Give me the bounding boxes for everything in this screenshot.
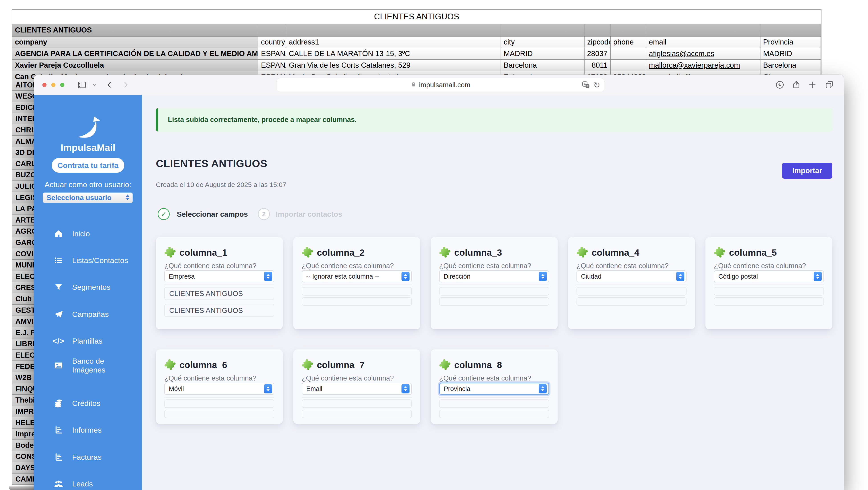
field-select-columna_4[interactable]: Ciudad	[577, 270, 686, 283]
field-select-columna_3[interactable]: Dirección	[439, 270, 549, 283]
table-cell: CALLE DE LA MARATÓN 13-15, 3ºC	[286, 48, 501, 59]
sidebar-item-campa-as[interactable]: Campañas	[34, 307, 142, 321]
field-select-value: Dirección	[443, 273, 470, 280]
sidebar-item-informes[interactable]: Informes	[34, 423, 142, 436]
step-1-label: Seleccionar campos	[177, 210, 248, 219]
sidebar-item-listas-contactos[interactable]: Listas/Contactos	[34, 254, 142, 267]
lock-icon	[411, 82, 416, 88]
preview-value	[302, 287, 412, 295]
sidebar-item-label: Inicio	[72, 229, 90, 238]
sidebar-item-facturas[interactable]: Facturas	[34, 450, 142, 464]
sidebar-item-inicio[interactable]: Inicio	[34, 227, 142, 240]
field-select-value: Código postal	[718, 273, 758, 280]
column-card-columna_2: columna_2¿Qué contiene esta columna?-- I…	[293, 237, 420, 329]
column-header-country: country	[258, 36, 286, 47]
column-header-address1: address1	[286, 36, 501, 47]
address-bar[interactable]: impulsamail.com A ↻	[277, 78, 604, 92]
field-select-value: Móvil	[169, 385, 184, 393]
puzzle-icon	[713, 246, 726, 259]
sidebar-toggle-icon[interactable]	[78, 80, 86, 89]
column-card-columna_1: columna_1¿Qué contiene esta columna?Empr…	[156, 237, 283, 329]
created-date: Creada el 10 de August de 2025 a las 15:…	[156, 181, 286, 189]
select-stepper-icon	[539, 272, 547, 281]
zoom-window-button[interactable]	[60, 83, 64, 87]
table-cell	[611, 48, 646, 59]
sidebar-item-cr-ditos[interactable]: Créditos	[34, 396, 142, 410]
brand-name: ImpulsaMail	[34, 142, 142, 153]
table-cell: ESPANA	[258, 60, 286, 71]
table-row: Xavier Pareja CozcolluelaESPANAGran Via …	[12, 60, 821, 71]
spreadsheet-table: CLIENTES ANTIGUOS CLIENTES ANTIGUOS comp…	[12, 9, 822, 83]
new-tab-icon[interactable]	[808, 80, 817, 89]
sidebar-item-segmentos[interactable]: Segmentos	[34, 281, 142, 294]
email-link[interactable]: afiglesias@accm.es	[646, 48, 761, 59]
column-card-columna_7: columna_7¿Qué contiene esta columna?Emai…	[293, 349, 420, 424]
sidebar-item-leads[interactable]: Leads	[34, 477, 142, 490]
back-icon[interactable]	[105, 80, 114, 89]
merged-header-cell: CLIENTES ANTIGUOS	[12, 24, 258, 36]
column-header-zipcode: zipcode	[585, 36, 611, 47]
translate-icon[interactable]: A	[582, 81, 590, 89]
merged-header-cell	[258, 24, 286, 36]
table-row: AGENCIA PARA LA CERTIFICACIÓN DE LA CALI…	[12, 48, 821, 60]
step-1-check-icon: ✓	[158, 208, 170, 220]
card-question: ¿Qué contiene esta columna?	[164, 374, 256, 382]
code-icon: </>	[54, 336, 64, 346]
contract-plan-button[interactable]: Contrata tu tarifa	[52, 158, 124, 173]
table-cell: Gran Via de les Corts Catalanes, 529	[286, 60, 501, 71]
field-select-columna_7[interactable]: Email	[302, 383, 412, 395]
puzzle-icon	[439, 358, 451, 371]
email-link[interactable]: mallorca@xavierpareja.com	[646, 60, 761, 71]
preview-value	[439, 399, 549, 408]
table-cell: Barcelona	[501, 60, 585, 71]
select-stepper-icon	[402, 272, 409, 281]
column-card-columna_4: columna_4¿Qué contiene esta columna?Ciud…	[568, 237, 695, 329]
card-question: ¿Qué contiene esta columna?	[439, 262, 531, 270]
field-select-value: Email	[306, 385, 322, 393]
select-stepper-icon	[264, 384, 272, 393]
merged-header-cell	[501, 24, 585, 36]
sidebar-item-label: Listas/Contactos	[72, 256, 128, 265]
close-window-button[interactable]	[42, 83, 46, 87]
download-icon[interactable]	[775, 80, 784, 89]
table-cell: ESPANA	[258, 48, 286, 59]
sidebar-item-banco-de-im-genes[interactable]: Banco de Imágenes	[34, 359, 142, 372]
select-underline	[439, 285, 549, 285]
column-header-company: company	[12, 36, 258, 47]
column-header-Provincia: Provincia	[761, 36, 821, 47]
merged-header-cell	[761, 24, 821, 36]
sidebar-item-plantillas[interactable]: </>Plantillas	[34, 334, 142, 348]
list-icon	[54, 255, 64, 265]
success-banner-text: Lista subida correctamente, procede a ma…	[168, 116, 357, 124]
preview-value	[164, 399, 274, 408]
field-select-columna_6[interactable]: Móvil	[164, 383, 274, 395]
card-title: columna_6	[180, 360, 227, 370]
preview-value	[577, 297, 686, 306]
share-icon[interactable]	[792, 80, 801, 89]
sidebar-item-label: Créditos	[72, 399, 100, 408]
paper-plane-icon	[54, 309, 64, 319]
puzzle-icon	[164, 358, 176, 371]
forward-icon[interactable]	[121, 80, 130, 89]
minimize-window-button[interactable]	[51, 83, 56, 87]
column-card-columna_3: columna_3¿Qué contiene esta columna?Dire…	[431, 237, 558, 329]
table-cell: MADRID	[501, 48, 585, 59]
field-select-columna_2[interactable]: -- Ignorar esta columna --	[302, 270, 412, 283]
user-select-value: Selecciona usuario	[46, 194, 112, 202]
tab-overview-icon[interactable]	[825, 80, 834, 89]
select-underline	[577, 285, 686, 285]
field-select-columna_8[interactable]: Provincia	[439, 383, 549, 395]
puzzle-icon	[576, 246, 589, 259]
field-select-columna_5[interactable]: Código postal	[714, 270, 824, 283]
user-select[interactable]: Selecciona usuario	[43, 193, 133, 203]
app-sidebar: ImpulsaMail Contrata tu tarifa Actuar co…	[34, 95, 142, 490]
select-stepper-icon	[264, 272, 272, 281]
field-select-columna_1[interactable]: Empresa	[164, 270, 274, 283]
page-title: CLIENTES ANTIGUOS	[156, 157, 267, 170]
chevron-down-icon[interactable]	[90, 80, 99, 89]
select-underline	[164, 397, 274, 397]
reload-icon[interactable]: ↻	[593, 80, 600, 90]
preview-value	[302, 410, 412, 418]
table-cell: Xavier Pareja Cozcolluela	[12, 60, 258, 71]
import-button[interactable]: Importar	[782, 163, 832, 179]
